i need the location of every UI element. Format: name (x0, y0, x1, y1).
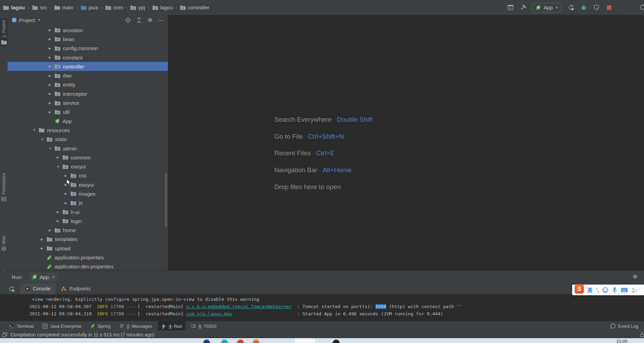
expand-arrow-icon[interactable]: ▶ (65, 192, 70, 195)
tree-item-resources[interactable]: ▼ resources (8, 126, 168, 135)
collapse-all-icon[interactable] (136, 18, 142, 23)
taskbar-active-app[interactable] (295, 338, 315, 343)
expand-arrow-icon[interactable]: ▶ (49, 92, 55, 95)
sogou-logo-icon[interactable]: S (575, 284, 584, 294)
toolwindow-stripe-persistence[interactable]: Persistence (0, 171, 8, 203)
tree-item-upload[interactable]: ▶ upload (8, 244, 168, 253)
tree-item-app[interactable]: App (8, 117, 168, 126)
ime-microphone-icon[interactable] (612, 287, 617, 293)
tree-item-images[interactable]: ▶ images (8, 189, 168, 198)
tree-item-annotion[interactable]: ▶ annotion (8, 26, 168, 35)
breadcrumb-item-lagou[interactable]: lagou (152, 4, 173, 10)
expand-arrow-icon[interactable]: ▶ (49, 47, 55, 50)
expand-arrow-icon[interactable]: ▼ (57, 165, 63, 168)
run-config-select[interactable]: App ▼ (532, 3, 562, 12)
taskbar-app-icon[interactable] (237, 340, 244, 343)
statusbar-item-6-todo[interactable]: 6: TODO (188, 321, 220, 331)
tree-scrollbar[interactable] (165, 173, 167, 227)
tree-item-easyui[interactable]: ▼ easyui (8, 162, 168, 171)
expand-arrow-icon[interactable]: ▶ (49, 37, 55, 41)
ime-punctuation-button[interactable]: ’, (596, 287, 599, 293)
breadcrumb-item-src[interactable]: src (32, 4, 47, 10)
tree-item-entity[interactable]: ▶ entity (8, 80, 168, 89)
breadcrumb-item-yjq[interactable]: yjq (130, 4, 145, 10)
expand-arrow-icon[interactable]: ▶ (49, 65, 55, 68)
debug-button[interactable] (580, 4, 587, 11)
tree-item-constant[interactable]: ▶ constant (8, 53, 168, 62)
tree-item-login[interactable]: ▶ login (8, 216, 168, 225)
search-everywhere-button[interactable] (640, 4, 644, 12)
hide-panel-icon[interactable]: — (158, 17, 163, 23)
build-button[interactable] (519, 4, 527, 11)
expand-arrow-icon[interactable]: ▶ (57, 156, 63, 159)
run-tab-app[interactable]: App × (29, 273, 58, 281)
ime-emoji-icon[interactable] (602, 287, 608, 293)
expand-arrow-icon[interactable]: ▶ (49, 101, 55, 105)
tree-item-application-dev-properties[interactable]: application-dev.properties (8, 262, 168, 270)
lock-button[interactable] (637, 332, 644, 338)
tree-item-application-properties[interactable]: application.properties (8, 253, 168, 262)
expand-arrow-icon[interactable]: ▶ (49, 28, 55, 32)
tree-item-static[interactable]: ▼ static (8, 135, 168, 144)
close-icon[interactable]: × (52, 274, 55, 280)
expand-arrow-icon[interactable]: ▶ (41, 238, 47, 241)
tree-item-css[interactable]: ▶ css (8, 171, 168, 180)
tree-item-config-common[interactable]: ▶ config.common (8, 44, 168, 53)
taskbar-app-icon[interactable] (203, 340, 210, 343)
breadcrumb-item-controller[interactable]: controller (180, 4, 209, 10)
toolwindow-stripe-web[interactable]: Web (0, 234, 8, 253)
tree-item-util[interactable]: ▶ util (8, 108, 168, 117)
breadcrumb-item-com[interactable]: com (105, 4, 123, 10)
statusbar-item-terminal[interactable]: Terminal (6, 321, 37, 331)
breadcrumb-item-lagou[interactable]: lagou (3, 4, 25, 10)
statusbar-item-4-run[interactable]: 4: Run (158, 321, 186, 331)
expand-arrow-icon[interactable]: ▶ (49, 110, 55, 114)
ime-handwriting-icon[interactable] (631, 287, 637, 293)
tree-item-admin[interactable]: ▼ admin (8, 144, 168, 153)
tree-item-controller[interactable]: ▶ controller (8, 62, 168, 71)
run-settings-button[interactable] (632, 274, 638, 281)
statusbar-item-java-enterprise[interactable]: Java Enterprise (39, 321, 85, 331)
stop-button[interactable] (605, 4, 613, 11)
taskbar-app-icon[interactable] (253, 340, 259, 343)
expand-arrow-icon[interactable]: ▶ (49, 56, 55, 59)
tree-item-interceptor[interactable]: ▶ interceptor (8, 89, 168, 98)
tree-item-bean[interactable]: ▶ bean (8, 35, 168, 44)
toolwindow-button[interactable] (506, 4, 514, 11)
expand-arrow-icon[interactable]: ▼ (41, 138, 47, 141)
gear-icon[interactable] (147, 17, 153, 23)
tree-item-js[interactable]: ▶ js (8, 198, 168, 207)
expand-arrow-icon[interactable]: ▶ (57, 219, 63, 223)
rerun-application-button[interactable] (9, 286, 15, 293)
chevron-down-icon[interactable]: ▼ (38, 18, 41, 22)
ime-keyboard-icon[interactable] (621, 288, 628, 293)
statusbar-item-0-messages[interactable]: 0: Messages (116, 321, 156, 331)
coverage-button[interactable] (593, 4, 600, 11)
tab-endpoints[interactable]: Endpoints (56, 283, 96, 294)
locate-icon[interactable] (125, 17, 131, 23)
expand-arrow-icon[interactable]: ▶ (49, 229, 55, 232)
expand-arrow-icon[interactable]: ▶ (49, 74, 55, 77)
tree-item-service[interactable]: ▶ service (8, 98, 168, 107)
tree-item-common[interactable]: ▶ common (8, 153, 168, 162)
ime-language-mode-button[interactable]: 英 (587, 286, 593, 294)
breadcrumb-item-java[interactable]: java (81, 4, 98, 10)
console-class-link[interactable]: com.yjq.lagou.App (186, 311, 232, 316)
expand-arrow-icon[interactable]: ▶ (41, 247, 47, 250)
expand-arrow-icon[interactable]: ▶ (65, 174, 70, 177)
event-log-button[interactable]: Event Log (610, 321, 638, 331)
tree-item-dao[interactable]: ▶ dao (8, 71, 168, 80)
expand-arrow-icon[interactable]: ▼ (49, 147, 55, 150)
console-class-link[interactable]: o.s.b.w.embedded.tomcat.TomcatWebServer (186, 304, 292, 309)
toolwindow-toggle-icon[interactable] (2, 332, 7, 337)
expand-arrow-icon[interactable]: ▶ (65, 201, 70, 205)
tree-item-templates[interactable]: ▶ templates (8, 235, 168, 244)
taskbar-app-icon[interactable] (333, 340, 340, 343)
tree-item-easyui[interactable]: ▶ easyui (8, 180, 168, 189)
tree-item-h-ui[interactable]: ▶ h-ui (8, 207, 168, 216)
run-button[interactable] (567, 4, 575, 11)
expand-arrow-icon[interactable]: ▼ (33, 128, 39, 132)
expand-arrow-icon[interactable]: ▶ (57, 210, 63, 214)
toolwindow-stripe-1-project[interactable]: 1: Project (0, 18, 8, 46)
tree-item-home[interactable]: ▶ home (8, 226, 168, 235)
